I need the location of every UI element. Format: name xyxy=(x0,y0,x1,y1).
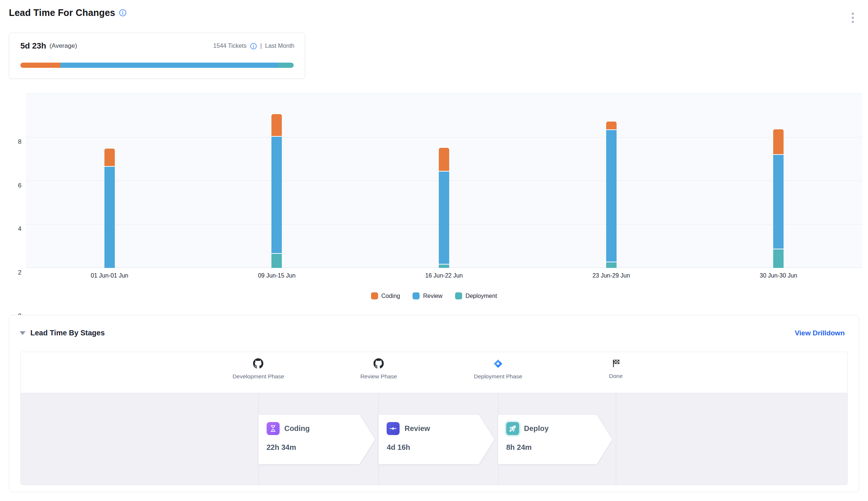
x-axis-label: 23 Jun-29 Jun xyxy=(592,272,630,279)
period-label: Last Month xyxy=(265,43,294,49)
bar-segment-deployment[interactable] xyxy=(439,265,449,268)
legend-item-deployment[interactable]: Deployment xyxy=(455,292,497,299)
phase-label: Development Phase xyxy=(233,373,284,380)
hourglass-icon xyxy=(267,422,280,435)
stage-card-review[interactable]: Review 4d 16h xyxy=(378,415,494,464)
stages-flow-table: Development Phase Review Phase Deploymen… xyxy=(20,352,848,485)
phase-deployment: Deployment Phase xyxy=(474,358,522,380)
jira-icon xyxy=(493,358,503,369)
stage-duration: 4d 16h xyxy=(387,443,494,452)
summary-bar-segment-deployment xyxy=(278,63,294,68)
bar-segment-coding[interactable] xyxy=(104,149,115,166)
summary-progress-bar xyxy=(20,63,294,68)
x-axis-labels: 01 Jun-01 Jun09 Jun-15 Jun16 Jun-22 Jun2… xyxy=(26,272,862,281)
bar-segment-deployment[interactable] xyxy=(271,254,282,268)
stage-duration: 8h 24m xyxy=(506,443,612,452)
legend-label: Deployment xyxy=(465,293,497,299)
average-label: (Average) xyxy=(50,42,77,50)
gridline-6 xyxy=(26,137,862,137)
phase-done: Done xyxy=(609,358,623,379)
y-axis-label: 4 xyxy=(7,225,21,233)
bar-segment-coding[interactable] xyxy=(439,148,449,171)
stages-flow-body: Coding 22h 34m Review 4d 16h xyxy=(21,393,847,485)
page-title: Lead Time For Changes xyxy=(9,7,115,18)
summary-bar-segment-coding xyxy=(20,63,60,68)
stage-card-deploy[interactable]: Deploy 8h 24m xyxy=(498,415,612,464)
x-axis-label: 01 Jun-01 Jun xyxy=(91,272,128,279)
checkered-flag-icon xyxy=(611,358,621,369)
lead-time-widget: Lead Time For Changes 5d 23h (Average) 1… xyxy=(0,0,868,501)
y-axis-label: 6 xyxy=(7,182,21,190)
stage-name: Review xyxy=(404,424,430,433)
summary-bar-segment-review xyxy=(60,63,278,68)
widget-header: Lead Time For Changes xyxy=(9,7,127,18)
phase-label: Done xyxy=(609,373,623,379)
phases-header-row: Development Phase Review Phase Deploymen… xyxy=(21,352,847,393)
stacked-bar-5[interactable] xyxy=(773,129,784,268)
phase-label: Review Phase xyxy=(360,373,397,380)
gridline-8 xyxy=(26,93,862,94)
legend-label: Coding xyxy=(381,293,400,299)
separator: | xyxy=(260,43,262,49)
legend-swatch xyxy=(413,292,420,299)
phase-review: Review Phase xyxy=(360,358,397,380)
view-drilldown-link[interactable]: View Drilldown xyxy=(795,329,845,337)
bar-segment-review[interactable] xyxy=(271,137,282,253)
x-axis-label: 09 Jun-15 Jun xyxy=(258,272,296,279)
phase-development: Development Phase xyxy=(233,358,284,380)
bar-segment-review[interactable] xyxy=(773,155,784,249)
lead-time-chart: 01 Jun-01 Jun09 Jun-15 Jun16 Jun-22 Jun2… xyxy=(0,94,868,316)
bar-segment-review[interactable] xyxy=(606,130,617,262)
tickets-count: 1544 Tickets xyxy=(213,43,247,49)
x-axis-label: 30 Jun-30 Jun xyxy=(760,272,797,279)
commit-icon xyxy=(387,422,400,435)
stage-name: Coding xyxy=(284,424,310,433)
phase-label: Deployment Phase xyxy=(474,373,522,380)
bar-segment-review[interactable] xyxy=(439,172,449,264)
y-axis-label: 2 xyxy=(7,269,21,277)
bar-segment-coding[interactable] xyxy=(773,129,784,155)
lead-time-by-stages-panel: Lead Time By Stages View Drilldown Devel… xyxy=(9,315,859,492)
bar-segment-review[interactable] xyxy=(104,167,115,268)
stage-duration: 22h 34m xyxy=(267,443,375,452)
y-axis-label: 8 xyxy=(7,138,21,146)
stages-panel-title: Lead Time By Stages xyxy=(30,329,105,337)
legend-item-coding[interactable]: Coding xyxy=(371,292,400,299)
stage-card-coding[interactable]: Coding 22h 34m xyxy=(258,415,375,464)
bar-segment-coding[interactable] xyxy=(271,114,282,136)
chart-plot xyxy=(26,94,862,268)
summary-row: 5d 23h (Average) 1544 Tickets | Last Mon… xyxy=(20,41,294,51)
stacked-bar-1[interactable] xyxy=(104,149,115,268)
github-icon xyxy=(253,358,264,369)
more-options-menu-icon[interactable] xyxy=(850,11,855,24)
stages-panel-header: Lead Time By Stages View Drilldown xyxy=(20,329,845,337)
x-axis-label: 16 Jun-22 Jun xyxy=(425,272,463,279)
stacked-bar-3[interactable] xyxy=(439,148,449,268)
stacked-bar-4[interactable] xyxy=(606,122,617,268)
chart-legend: CodingReviewDeployment xyxy=(0,292,868,299)
legend-label: Review xyxy=(423,293,442,299)
github-icon xyxy=(373,358,384,369)
bar-segment-coding[interactable] xyxy=(606,122,617,129)
column-divider xyxy=(616,393,616,485)
legend-swatch xyxy=(455,292,462,299)
info-icon[interactable] xyxy=(119,9,127,17)
tickets-info-icon[interactable] xyxy=(250,43,257,50)
stacked-bar-2[interactable] xyxy=(271,114,282,268)
legend-item-review[interactable]: Review xyxy=(413,292,442,299)
rocket-icon xyxy=(506,422,519,435)
collapse-triangle-icon[interactable] xyxy=(20,331,26,335)
stage-name: Deploy xyxy=(524,424,549,433)
bar-segment-deployment[interactable] xyxy=(606,262,617,268)
average-lead-time-value: 5d 23h xyxy=(20,41,46,51)
summary-card: 5d 23h (Average) 1544 Tickets | Last Mon… xyxy=(9,33,305,79)
bar-segment-deployment[interactable] xyxy=(773,249,784,268)
legend-swatch xyxy=(371,292,378,299)
